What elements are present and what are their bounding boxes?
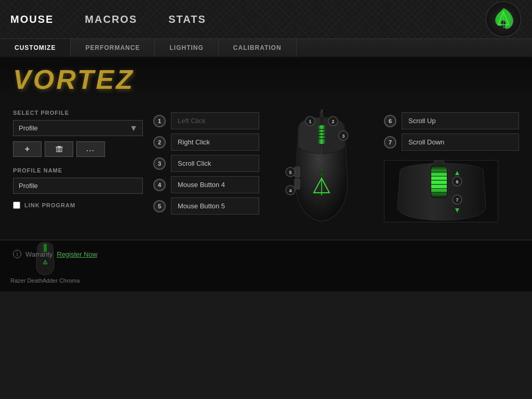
profile-name-label: PROFILE NAME bbox=[13, 167, 143, 174]
svg-text:2: 2 bbox=[331, 119, 334, 124]
delete-profile-button[interactable] bbox=[45, 141, 73, 157]
svg-point-18 bbox=[320, 168, 323, 171]
warranty-label: Warranty bbox=[25, 250, 52, 258]
button-number-1: 1 bbox=[153, 115, 166, 127]
button-row-5: 5 Mouse Button 5 bbox=[153, 197, 259, 215]
button-number-2: 2 bbox=[153, 136, 166, 149]
bottom-device-section: Razer DeathAdder Chroma bbox=[10, 240, 79, 284]
button-number-3: 3 bbox=[153, 157, 166, 170]
button-row-2: 2 Right Click bbox=[153, 134, 259, 151]
svg-text:3: 3 bbox=[342, 134, 344, 139]
subnav-customize[interactable]: CUSTOMIZE bbox=[0, 39, 71, 57]
register-now-link[interactable]: Register Now bbox=[57, 250, 97, 258]
profile-actions: + ... bbox=[13, 141, 143, 157]
subnav-performance[interactable]: PERFORMANCE bbox=[71, 39, 155, 57]
nav-item-mouse[interactable]: MOUSE bbox=[10, 14, 54, 25]
left-panel: SELECT PROFILE Profile ▼ + ... bbox=[13, 110, 143, 229]
subnav-calibration[interactable]: CALIBRATION bbox=[219, 39, 297, 57]
razer-logo bbox=[485, 1, 522, 37]
button-1-assignment[interactable]: Left Click bbox=[171, 112, 259, 129]
button-row-4: 4 Mouse Button 4 bbox=[153, 176, 259, 193]
svg-rect-17 bbox=[295, 179, 300, 189]
nav-item-stats[interactable]: STATS bbox=[168, 14, 206, 25]
scroll-up-assignment[interactable]: Scroll Up bbox=[402, 112, 519, 129]
svg-rect-8 bbox=[58, 146, 61, 147]
right-panel: 6 Scroll Up 7 Scroll Down bbox=[384, 110, 519, 229]
button-number-5: 5 bbox=[153, 200, 166, 212]
mouse-illustration: 1 2 3 4 5 bbox=[280, 110, 363, 229]
button-row-1: 1 Left Click bbox=[153, 112, 259, 129]
button-number-4: 4 bbox=[153, 179, 166, 191]
scroll-up-row: 6 Scroll Up bbox=[384, 112, 519, 129]
svg-text:1: 1 bbox=[309, 119, 311, 124]
add-profile-button[interactable]: + bbox=[13, 141, 42, 157]
warranty-section: i Warranty Register Now bbox=[13, 250, 97, 258]
brand-title-section: VORTEZ bbox=[0, 58, 532, 99]
svg-text:4: 4 bbox=[289, 188, 291, 193]
svg-point-19 bbox=[320, 173, 323, 176]
profile-name-input[interactable]: Profile bbox=[13, 178, 143, 194]
link-program-row: LINK PROGRAM bbox=[13, 202, 143, 209]
svg-rect-11 bbox=[318, 125, 325, 144]
button-2-assignment[interactable]: Right Click bbox=[171, 134, 259, 151]
nav-item-macros[interactable]: MACROS bbox=[85, 14, 137, 25]
link-program-label: LINK PROGRAM bbox=[24, 202, 75, 208]
mouse-image-area: 1 2 3 4 5 bbox=[270, 110, 374, 229]
subnav-lighting[interactable]: LIGHTING bbox=[155, 39, 218, 57]
select-profile-label: SELECT PROFILE bbox=[13, 110, 143, 116]
button-number-7: 7 bbox=[384, 136, 396, 149]
link-program-checkbox[interactable] bbox=[13, 202, 20, 209]
svg-text:6: 6 bbox=[456, 179, 458, 184]
svg-text:7: 7 bbox=[456, 197, 458, 203]
footer: Razer DeathAdder Chroma i Warranty Regis… bbox=[0, 240, 532, 291]
profile-dropdown-wrapper: Profile ▼ bbox=[13, 120, 143, 136]
button-row-3: 3 Scroll Click bbox=[153, 155, 259, 172]
sub-nav: CUSTOMIZE PERFORMANCE LIGHTING CALIBRATI… bbox=[0, 39, 532, 58]
trash-icon bbox=[56, 145, 63, 153]
content-area: SELECT PROFILE Profile ▼ + ... bbox=[0, 99, 532, 240]
scroll-down-assignment[interactable]: Scroll Down bbox=[402, 134, 519, 151]
profile-dropdown[interactable]: Profile bbox=[13, 120, 143, 136]
button-number-6: 6 bbox=[384, 115, 396, 127]
button-4-assignment[interactable]: Mouse Button 4 bbox=[171, 176, 259, 193]
brand-name: VORTEZ bbox=[13, 64, 519, 95]
device-name-label: Razer DeathAdder Chroma bbox=[10, 277, 79, 284]
top-nav: MOUSE MACROS STATS bbox=[0, 0, 532, 39]
button-3-assignment[interactable]: Scroll Click bbox=[171, 155, 259, 172]
more-options-button[interactable]: ... bbox=[76, 141, 105, 157]
button-5-assignment[interactable]: Mouse Button 5 bbox=[171, 197, 259, 215]
warranty-icon: i bbox=[13, 250, 21, 258]
center-panel: 1 Left Click 2 Right Click 3 Scroll Clic… bbox=[153, 110, 259, 229]
svg-text:5: 5 bbox=[289, 170, 291, 175]
scroll-closeup-image: 6 7 bbox=[384, 160, 498, 222]
scroll-down-row: 7 Scroll Down bbox=[384, 134, 519, 151]
